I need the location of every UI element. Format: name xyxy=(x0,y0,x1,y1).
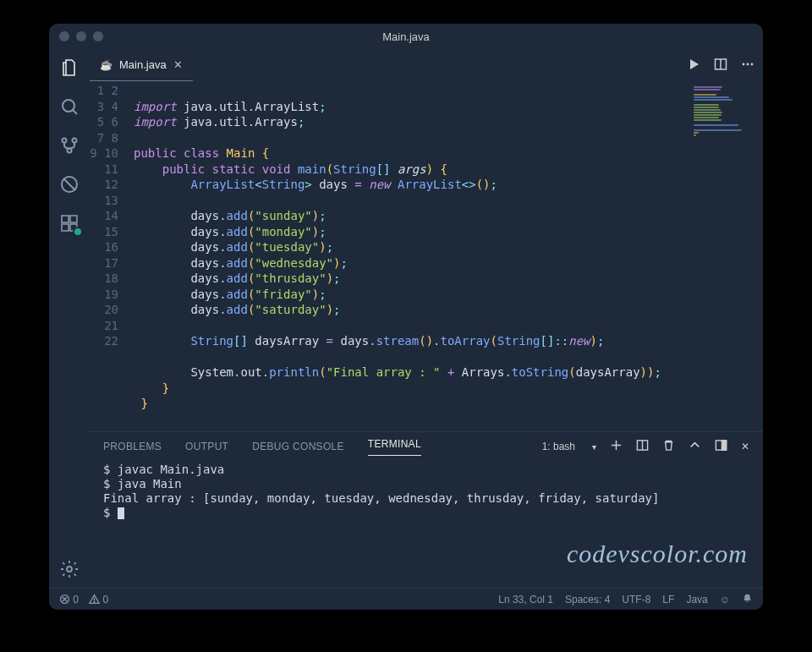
terminal-cursor xyxy=(118,507,124,519)
tab-terminal[interactable]: TERMINAL xyxy=(368,438,421,456)
line-number-gutter: 1 2 3 4 5 6 7 8 9 10 11 12 13 14 15 16 1… xyxy=(90,81,134,431)
terminal-selector[interactable]: 1: bash xyxy=(539,439,589,454)
status-bar: 0 0 Ln 33, Col 1 Spaces: 4 UTF-8 LF Java… xyxy=(49,588,763,610)
svg-point-0 xyxy=(63,100,74,112)
status-encoding[interactable]: UTF-8 xyxy=(622,594,650,605)
svg-line-6 xyxy=(63,178,75,190)
status-cursor-position[interactable]: Ln 33, Col 1 xyxy=(498,594,553,605)
source-control-icon[interactable] xyxy=(58,134,81,157)
tab-debug-console[interactable]: DEBUG CONSOLE xyxy=(252,441,344,452)
explorer-icon[interactable] xyxy=(58,56,81,79)
svg-point-11 xyxy=(67,567,72,572)
editor-actions xyxy=(687,58,754,74)
status-errors[interactable]: 0 xyxy=(59,594,79,605)
panel-position-icon[interactable] xyxy=(715,439,727,454)
traffic-lights xyxy=(59,31,103,41)
titlebar: Main.java xyxy=(49,24,763,49)
search-icon[interactable] xyxy=(58,95,81,118)
svg-rect-7 xyxy=(62,216,69,222)
status-eol[interactable]: LF xyxy=(662,594,674,605)
settings-gear-icon[interactable] xyxy=(58,557,81,581)
status-bell-icon[interactable] xyxy=(742,593,753,606)
svg-point-2 xyxy=(63,139,67,143)
minimize-window-button[interactable] xyxy=(76,31,86,41)
status-indentation[interactable]: Spaces: 4 xyxy=(565,594,610,605)
body-area: ☕ Main.java ✕ 1 2 3 4 5 6 xyxy=(49,49,763,588)
terminal-dropdown-icon[interactable]: ▾ xyxy=(592,442,596,452)
debug-icon[interactable] xyxy=(58,173,81,196)
svg-rect-22 xyxy=(721,441,726,450)
tab-output[interactable]: OUTPUT xyxy=(185,441,228,452)
kill-terminal-icon[interactable] xyxy=(662,439,675,454)
extensions-icon[interactable] xyxy=(58,211,81,235)
tab-filename: Main.java xyxy=(119,58,167,71)
split-terminal-icon[interactable] xyxy=(636,439,649,454)
bottom-panel: PROBLEMS OUTPUT DEBUG CONSOLE TERMINAL 1… xyxy=(90,431,763,588)
svg-point-16 xyxy=(751,63,754,65)
editor-tab-main-java[interactable]: ☕ Main.java ✕ xyxy=(90,49,193,81)
svg-point-27 xyxy=(94,601,95,602)
vscode-window: Main.java xyxy=(49,24,763,610)
code-content[interactable]: import java.util.ArrayList; import java.… xyxy=(134,81,763,431)
update-badge-icon xyxy=(73,227,83,237)
maximize-window-button[interactable] xyxy=(93,31,103,41)
java-file-icon: ☕ xyxy=(100,59,112,71)
close-panel-icon[interactable]: ✕ xyxy=(741,441,749,452)
svg-point-15 xyxy=(747,63,749,65)
close-tab-icon[interactable]: ✕ xyxy=(173,58,183,71)
split-editor-icon[interactable] xyxy=(714,58,727,74)
terminal-content[interactable]: $ javac Main.java $ java Main Final arra… xyxy=(90,461,763,588)
activity-bar xyxy=(49,49,90,588)
tab-bar: ☕ Main.java ✕ xyxy=(90,49,763,81)
svg-point-14 xyxy=(743,63,745,65)
svg-rect-10 xyxy=(70,216,77,222)
new-terminal-icon[interactable] xyxy=(610,439,623,454)
more-actions-icon[interactable] xyxy=(741,58,754,74)
status-language[interactable]: Java xyxy=(686,594,707,605)
window-title: Main.java xyxy=(382,30,430,43)
status-warnings[interactable]: 0 xyxy=(89,594,108,605)
panel-tabs: PROBLEMS OUTPUT DEBUG CONSOLE TERMINAL 1… xyxy=(90,432,763,461)
minimap[interactable] xyxy=(692,85,760,161)
close-window-button[interactable] xyxy=(59,31,69,41)
editor[interactable]: 1 2 3 4 5 6 7 8 9 10 11 12 13 14 15 16 1… xyxy=(90,81,763,431)
status-feedback-icon[interactable]: ☺ xyxy=(720,594,730,605)
svg-rect-8 xyxy=(62,224,69,231)
maximize-panel-icon[interactable] xyxy=(689,439,701,454)
svg-line-1 xyxy=(73,110,77,114)
run-icon[interactable] xyxy=(687,58,700,74)
svg-point-3 xyxy=(73,139,77,143)
tab-problems[interactable]: PROBLEMS xyxy=(103,441,162,452)
main-column: ☕ Main.java ✕ 1 2 3 4 5 6 xyxy=(90,49,763,588)
watermark: codevscolor.com xyxy=(567,546,748,561)
